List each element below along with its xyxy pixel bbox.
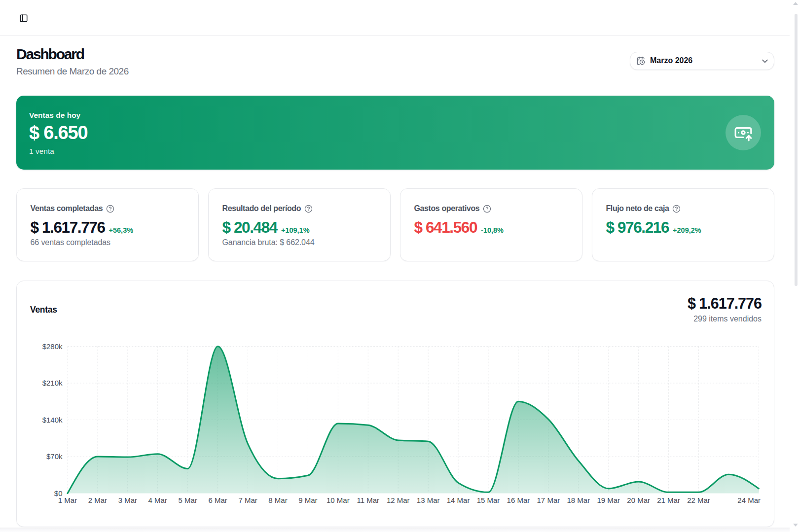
svg-text:14 Mar: 14 Mar [447, 496, 470, 504]
svg-text:7 Mar: 7 Mar [238, 496, 257, 504]
svg-text:$140k: $140k [42, 416, 63, 424]
svg-text:18 Mar: 18 Mar [567, 496, 590, 504]
svg-text:1 Mar: 1 Mar [58, 496, 77, 504]
svg-text:$210k: $210k [42, 379, 63, 387]
svg-text:$70k: $70k [46, 452, 63, 461]
svg-text:20 Mar: 20 Mar [627, 496, 650, 504]
svg-text:21 Mar: 21 Mar [657, 496, 680, 504]
svg-text:15 Mar: 15 Mar [477, 496, 500, 504]
svg-text:10 Mar: 10 Mar [326, 496, 350, 504]
svg-text:17 Mar: 17 Mar [537, 496, 560, 504]
svg-text:2 Mar: 2 Mar [88, 496, 107, 504]
svg-text:24 Mar: 24 Mar [737, 496, 761, 504]
svg-text:$280k: $280k [42, 342, 63, 351]
svg-text:9 Mar: 9 Mar [298, 496, 317, 504]
svg-text:4 Mar: 4 Mar [148, 496, 167, 504]
svg-text:16 Mar: 16 Mar [507, 496, 530, 504]
svg-text:12 Mar: 12 Mar [387, 496, 410, 504]
svg-text:22 Mar: 22 Mar [687, 496, 710, 504]
svg-text:8 Mar: 8 Mar [268, 496, 287, 504]
svg-text:13 Mar: 13 Mar [417, 496, 440, 504]
svg-text:5 Mar: 5 Mar [179, 496, 197, 504]
svg-text:6 Mar: 6 Mar [208, 496, 227, 504]
svg-text:11 Mar: 11 Mar [357, 496, 380, 504]
svg-text:3 Mar: 3 Mar [118, 496, 137, 504]
svg-text:19 Mar: 19 Mar [597, 496, 620, 504]
